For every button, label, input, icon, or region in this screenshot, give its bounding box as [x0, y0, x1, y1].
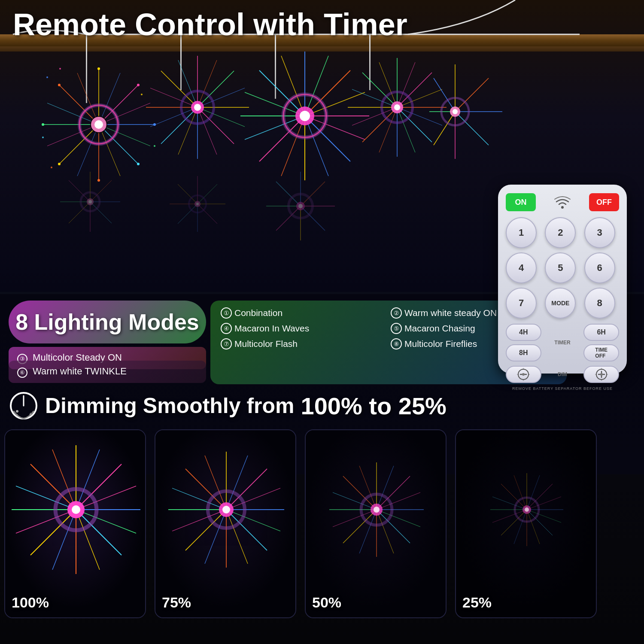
mode-entry-4: ④ Macaron In Waves: [221, 323, 386, 334]
mode-num-4: ④: [221, 323, 232, 334]
svg-line-122: [197, 204, 217, 224]
svg-line-81: [397, 107, 432, 142]
svg-line-52: [178, 60, 197, 107]
mode-row-warm-twinkle: ⑥ Warm white TWINKLE: [9, 361, 206, 383]
svg-point-20: [97, 179, 100, 182]
brightness-firework-50: [306, 430, 446, 617]
svg-line-62: [259, 116, 305, 161]
brightness-label-100: 100%: [12, 594, 49, 611]
mode-label-7: Multicolor Flash: [234, 339, 298, 349]
svg-point-115: [88, 200, 92, 204]
brightness-card-100: 100%: [4, 429, 146, 618]
svg-point-18: [97, 67, 100, 70]
remote-btn-mode[interactable]: MODE: [545, 288, 576, 319]
remote-btn-8h[interactable]: 8H: [506, 344, 541, 361]
svg-line-99: [455, 78, 489, 112]
remote-dim-plus[interactable]: [583, 366, 619, 383]
svg-point-137: [298, 204, 303, 208]
firework-shadow-2: [155, 172, 240, 240]
mode-label-2: Warm white steady ON: [404, 308, 497, 318]
dimming-title: - + Dimming Smoothly from 100% to 25%: [9, 391, 567, 421]
svg-line-124: [178, 184, 197, 204]
svg-text:-: -: [16, 412, 18, 416]
modes-badge-text: 8 Lighting Modes: [15, 309, 199, 335]
svg-line-88: [379, 107, 397, 152]
svg-line-91: [379, 62, 397, 107]
svg-line-90: [352, 89, 397, 107]
dimming-pre-text: Dimming Smoothly from: [45, 393, 295, 418]
remote-timer-label: TIMER: [545, 340, 580, 346]
brightness-card-75: 75%: [155, 429, 296, 618]
svg-point-73: [300, 111, 310, 121]
remote-dim-minus[interactable]: [506, 366, 541, 383]
svg-rect-164: [155, 430, 295, 617]
mode-entry-7: ⑦ Multicolor Flash: [221, 338, 386, 349]
mode-label-4: Macaron In Waves: [234, 323, 309, 334]
mode-num-2: ②: [391, 307, 402, 319]
remote-top-row: ON OFF: [506, 193, 619, 211]
remote-timer-row: 4H 8H TIMER 6H TIMEOFF: [506, 324, 619, 361]
svg-line-41: [197, 71, 234, 107]
svg-point-35: [51, 167, 52, 168]
remote-btn-5[interactable]: 5: [545, 252, 576, 283]
svg-line-82: [362, 107, 397, 142]
brightness-firework-75: [155, 430, 295, 617]
mode-label-8: Multicolor Fireflies: [404, 339, 477, 349]
remote-btn-7[interactable]: 7: [506, 288, 537, 319]
svg-line-42: [197, 107, 234, 144]
svg-line-121: [197, 184, 217, 204]
svg-line-80: [397, 73, 432, 107]
svg-point-32: [59, 68, 61, 70]
remote-btn-3[interactable]: 3: [584, 217, 615, 248]
svg-line-102: [434, 78, 455, 112]
remote-number-grid: 1 2 3 4 5 6 7 MODE 8: [506, 217, 619, 319]
svg-line-63: [259, 70, 305, 116]
remote-off-button[interactable]: OFF: [589, 193, 619, 211]
dim-label-text: DIM: [558, 371, 567, 377]
svg-point-36: [42, 137, 44, 138]
mode-num-8: ⑧: [391, 338, 402, 349]
dimming-bold-text: 100% to 25%: [301, 392, 447, 420]
remote-control: ON OFF 1 2 3 4 5 6 7 MODE 8 4H 8H TIMER: [498, 185, 627, 374]
svg-line-101: [434, 112, 455, 145]
remote-on-button[interactable]: ON: [506, 193, 536, 211]
svg-point-182: [222, 506, 230, 513]
timer-label-text: TIMER: [554, 340, 570, 346]
mode-warm-twinkle-text: ⑥ Warm white TWINKLE: [17, 366, 127, 377]
mode-num-7: ⑦: [221, 338, 232, 349]
svg-point-93: [394, 104, 400, 110]
dim-plus-icon: [595, 368, 608, 381]
svg-point-21: [42, 123, 44, 126]
brightness-card-50: 50%: [305, 429, 447, 618]
wifi-icon: [552, 193, 573, 211]
remote-bottom-text: REMOVE BATTERY SEPARATOR BEFORE USE: [506, 386, 619, 391]
svg-line-112: [69, 202, 90, 223]
svg-line-100: [455, 112, 489, 145]
mode-label-1: Conbination: [234, 308, 283, 318]
remote-btn-2[interactable]: 2: [545, 217, 576, 248]
svg-point-24: [58, 163, 61, 165]
svg-point-224: [561, 206, 564, 209]
brightness-label-25: 25%: [462, 594, 492, 611]
mode-num-5: ⑤: [391, 323, 402, 334]
remote-dim-label: DIM: [545, 371, 580, 377]
svg-point-54: [194, 104, 201, 111]
mode-label-5: Macaron Chasing: [404, 323, 475, 334]
svg-text:+: +: [29, 412, 32, 416]
mode-entry-1: ① Conbination: [221, 307, 386, 319]
firework-5-partial: [429, 56, 515, 167]
svg-line-49: [178, 107, 197, 155]
svg-point-202: [374, 507, 380, 513]
svg-line-51: [150, 88, 197, 107]
remote-btn-4[interactable]: 4: [506, 252, 537, 283]
svg-point-162: [72, 505, 80, 514]
svg-line-45: [197, 60, 217, 107]
remote-btn-6[interactable]: 6: [584, 252, 615, 283]
svg-line-111: [90, 202, 112, 223]
remote-btn-4h[interactable]: 4H: [506, 324, 541, 341]
remote-btn-6h[interactable]: 6H: [583, 324, 619, 341]
remote-btn-time-off[interactable]: TIMEOFF: [583, 344, 619, 361]
remote-btn-1[interactable]: 1: [506, 217, 537, 248]
svg-point-25: [58, 84, 61, 86]
remote-btn-8[interactable]: 8: [584, 288, 615, 319]
